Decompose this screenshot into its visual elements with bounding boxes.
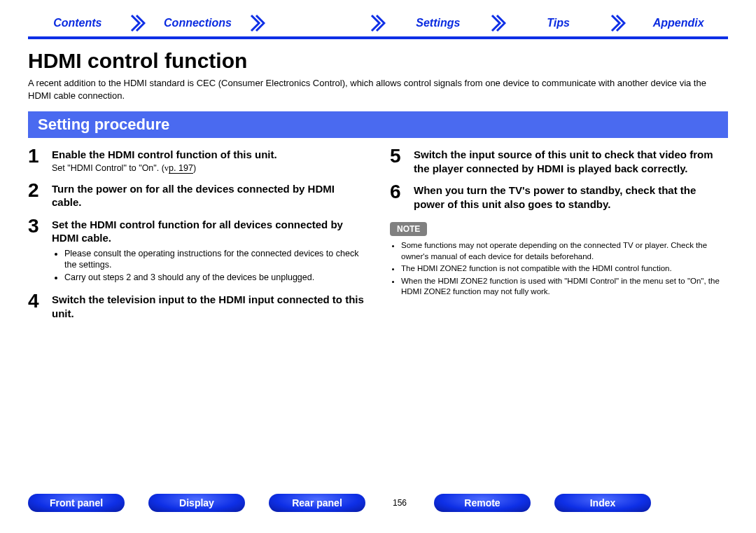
bottom-nav-rear-panel[interactable]: Rear panel xyxy=(269,494,365,512)
tab-label: Playback xyxy=(293,17,342,29)
step-head: Turn the power on for all the devices co… xyxy=(52,181,366,209)
bottom-nav-front-panel[interactable]: Front panel xyxy=(28,494,125,512)
bottom-nav-index[interactable]: Index xyxy=(554,494,651,512)
step-sub-pre: Set "HDMI Control" to "On". ( xyxy=(52,163,164,173)
nav-separator xyxy=(488,13,509,34)
note-bullet: The HDMI ZONE2 function is not compatibl… xyxy=(401,263,728,275)
page-title: HDMI control function xyxy=(28,49,728,73)
step-bullet: Carry out steps 2 and 3 should any of th… xyxy=(64,272,366,283)
step-number: 6 xyxy=(390,182,414,211)
intro-text: A recent addition to the HDMI standard i… xyxy=(28,77,728,102)
tab-appendix[interactable]: Appendix xyxy=(629,13,728,34)
note-bullet: Some functions may not operate depending… xyxy=(401,240,728,262)
nav-rule xyxy=(28,36,728,39)
tab-settings[interactable]: Settings xyxy=(388,13,488,34)
top-nav: Contents Connections Playback Settings T… xyxy=(28,13,728,34)
bottom-nav-display[interactable]: Display xyxy=(148,494,245,512)
pill-label: Rear panel xyxy=(292,497,342,508)
pill-label: Index xyxy=(590,497,616,508)
step-number: 1 xyxy=(28,146,52,174)
note-badge: NOTE xyxy=(390,222,427,236)
pill-label: Front panel xyxy=(50,497,103,508)
step-3: 3 Set the HDMI control function for all … xyxy=(28,216,366,285)
nav-separator xyxy=(247,13,268,34)
step-head: Switch the television input to the HDMI … xyxy=(52,291,366,320)
page-number: 156 xyxy=(389,498,410,508)
steps-columns: 1 Enable the HDMI control function of th… xyxy=(28,146,728,327)
tab-label: Appendix xyxy=(653,17,704,29)
tab-label: Tips xyxy=(547,17,570,29)
tab-label: Settings xyxy=(416,17,460,29)
right-column: 5 Switch the input source of this unit t… xyxy=(390,146,728,327)
nav-separator xyxy=(608,13,629,34)
step-6: 6 When you turn the TV's power to standb… xyxy=(390,182,728,211)
step-number: 5 xyxy=(390,146,414,175)
nav-separator xyxy=(368,13,388,34)
step-2: 2 Turn the power on for all the devices … xyxy=(28,181,366,209)
step-number: 4 xyxy=(28,291,52,320)
tab-label: Connections xyxy=(164,17,232,29)
step-bullet: Please consult the operating instruction… xyxy=(64,248,366,271)
nav-separator xyxy=(127,13,148,34)
tab-tips[interactable]: Tips xyxy=(509,13,608,34)
tab-contents[interactable]: Contents xyxy=(28,13,127,34)
step-number: 3 xyxy=(28,216,52,285)
step-head: Set the HDMI control function for all de… xyxy=(52,216,366,245)
pill-label: Remote xyxy=(464,497,500,508)
left-column: 1 Enable the HDMI control function of th… xyxy=(28,146,366,327)
section-heading: Setting procedure xyxy=(28,111,728,138)
step-5: 5 Switch the input source of this unit t… xyxy=(390,146,728,175)
step-number: 2 xyxy=(28,181,52,209)
tab-connections[interactable]: Connections xyxy=(148,13,248,34)
pill-label: Display xyxy=(179,497,214,508)
step-head: Enable the HDMI control function of this… xyxy=(52,146,366,162)
note-bullets: Some functions may not operate depending… xyxy=(390,240,728,298)
page-ref-link[interactable]: p. 197 xyxy=(169,163,193,174)
tab-playback[interactable]: Playback xyxy=(268,13,368,34)
bottom-nav-remote[interactable]: Remote xyxy=(434,494,531,512)
step-1: 1 Enable the HDMI control function of th… xyxy=(28,146,366,174)
bottom-nav: Front panel Display Rear panel 156 Remot… xyxy=(28,494,728,512)
step-4: 4 Switch the television input to the HDM… xyxy=(28,291,366,320)
tab-label: Contents xyxy=(53,17,102,29)
step-bullets: Please consult the operating instruction… xyxy=(52,248,366,284)
step-head: Switch the input source of this unit to … xyxy=(414,146,728,175)
step-head: When you turn the TV's power to standby,… xyxy=(414,182,728,211)
step-sub-post: ) xyxy=(193,163,196,173)
note-bullet: When the HDMI ZONE2 function is used wit… xyxy=(401,276,728,298)
step-subtext: Set "HDMI Control" to "On". (vp. 197) xyxy=(52,163,366,174)
